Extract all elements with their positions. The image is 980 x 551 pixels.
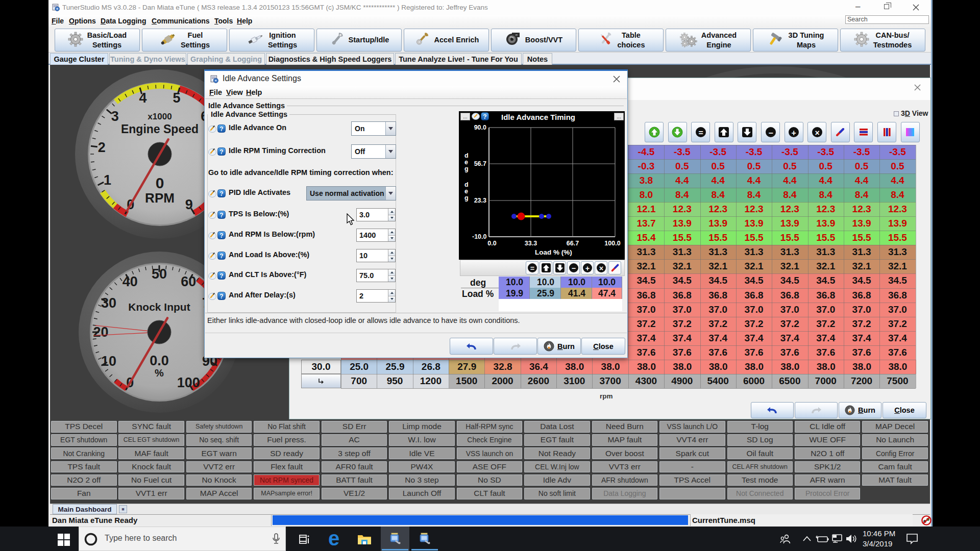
- svg-text:%: %: [155, 367, 164, 379]
- svg-text:?: ?: [219, 148, 223, 156]
- svg-text:1: 1: [104, 172, 111, 188]
- svg-text:100: 100: [177, 375, 200, 390]
- svg-text:=: =: [698, 129, 703, 137]
- svg-text:x1000: x1000: [148, 112, 172, 121]
- svg-text:−: −: [571, 264, 575, 272]
- svg-text:Knock Input: Knock Input: [128, 301, 190, 313]
- svg-text:?: ?: [219, 212, 223, 219]
- svg-text:9: 9: [185, 197, 193, 212]
- svg-text:−: −: [768, 129, 773, 137]
- svg-text:RPM: RPM: [145, 190, 175, 206]
- svg-text:+: +: [585, 264, 589, 272]
- svg-text:?: ?: [219, 190, 223, 197]
- svg-text:×: ×: [815, 129, 819, 137]
- svg-text:?: ?: [219, 272, 223, 280]
- svg-text:2: 2: [98, 140, 106, 155]
- svg-text:?: ?: [219, 253, 223, 260]
- svg-text:60: 60: [181, 274, 196, 289]
- svg-text:50: 50: [152, 266, 167, 282]
- svg-text:×: ×: [599, 264, 603, 272]
- svg-text:0.0: 0.0: [150, 353, 169, 368]
- svg-text:0: 0: [156, 174, 164, 191]
- svg-text:40: 40: [122, 274, 138, 289]
- svg-text:4: 4: [139, 90, 147, 106]
- svg-text:Engine Speed: Engine Speed: [121, 122, 199, 136]
- svg-text:5: 5: [173, 90, 180, 106]
- svg-text:?: ?: [219, 293, 223, 300]
- svg-text:=: =: [530, 264, 534, 272]
- svg-text:?: ?: [219, 232, 223, 239]
- svg-text:30: 30: [101, 295, 116, 311]
- svg-text:10: 10: [101, 354, 116, 369]
- svg-text:+: +: [791, 129, 796, 137]
- svg-text:?: ?: [219, 126, 223, 133]
- svg-text:3: 3: [111, 109, 119, 124]
